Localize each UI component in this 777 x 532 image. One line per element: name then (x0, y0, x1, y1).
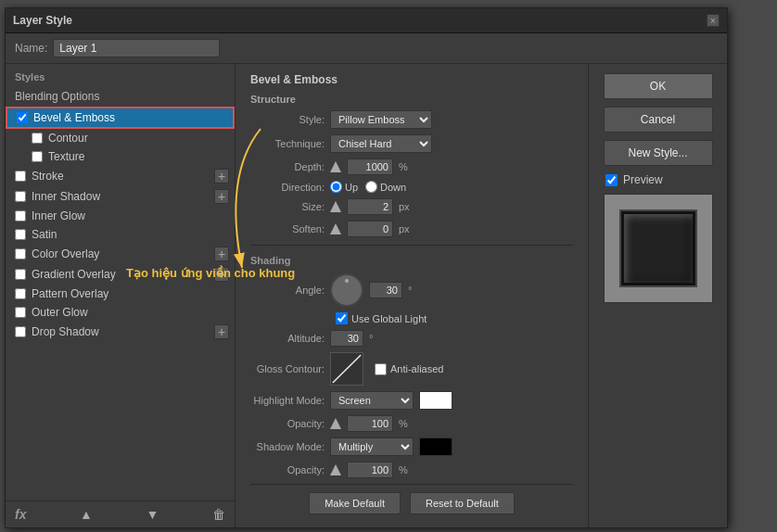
direction-up-radio[interactable] (330, 181, 342, 193)
inner-glow-checkbox[interactable] (15, 210, 26, 222)
stroke-add-button[interactable]: + (214, 169, 229, 184)
texture-checkbox[interactable] (32, 151, 43, 162)
shadow-mode-label: Shadow Mode: (250, 441, 325, 452)
name-row: Name: (6, 33, 727, 64)
blending-options-item[interactable]: Blending Options (6, 86, 235, 107)
move-down-icon[interactable]: ▼ (146, 507, 159, 522)
new-style-button[interactable]: New Style... (604, 140, 713, 166)
style-item-inner-glow[interactable]: Inner Glow (6, 207, 235, 225)
pattern-overlay-checkbox[interactable] (15, 288, 26, 299)
preview-checkbox-row[interactable]: Preview (605, 173, 663, 186)
outer-glow-checkbox[interactable] (15, 307, 26, 318)
texture-label: Texture (48, 150, 229, 163)
anti-aliased-checkbox[interactable] (375, 363, 387, 375)
name-label: Name: (15, 42, 47, 55)
style-item-inner-shadow[interactable]: Inner Shadow + (6, 186, 235, 207)
layer-name-input[interactable] (53, 39, 220, 57)
angle-label: Angle: (250, 285, 325, 296)
anti-aliased-label[interactable]: Anti-aliased (375, 363, 443, 375)
direction-down-text: Down (380, 182, 406, 193)
style-item-pattern-overlay[interactable]: Pattern Overlay (6, 285, 235, 303)
altitude-unit: ° (369, 333, 388, 344)
angle-input[interactable] (369, 282, 402, 298)
highlight-opacity-input[interactable] (347, 415, 393, 432)
delete-icon[interactable]: 🗑 (212, 507, 225, 522)
gradient-overlay-checkbox[interactable] (15, 269, 26, 280)
global-light-checkbox[interactable] (336, 312, 348, 324)
shadow-color-swatch[interactable] (419, 437, 452, 456)
satin-checkbox[interactable] (15, 229, 26, 240)
panel-bottom-row: Make Default Reset to Default (250, 484, 573, 522)
style-item-stroke[interactable]: Stroke + (6, 166, 235, 186)
depth-slider-icon (330, 161, 341, 172)
gradient-overlay-add-button[interactable]: + (214, 267, 229, 282)
depth-label: Depth: (250, 161, 325, 172)
global-light-label[interactable]: Use Global Light (336, 312, 427, 324)
style-item-gradient-overlay[interactable]: Gradient Overlay + (6, 264, 235, 285)
style-label: Style: (250, 114, 325, 125)
drop-shadow-label: Drop Shadow (32, 325, 214, 338)
preview-label: Preview (623, 173, 663, 186)
move-up-icon[interactable]: ▲ (80, 507, 93, 522)
highlight-mode-label: Highlight Mode: (250, 395, 325, 406)
style-item-outer-glow[interactable]: Outer Glow (6, 303, 235, 322)
direction-down-radio[interactable] (365, 181, 377, 193)
highlight-mode-select[interactable]: Screen Normal Multiply (330, 391, 414, 410)
structure-title: Structure (250, 94, 573, 105)
color-overlay-add-button[interactable]: + (214, 247, 229, 261)
drop-shadow-checkbox[interactable] (15, 326, 26, 337)
drop-shadow-add-button[interactable]: + (214, 324, 229, 339)
highlight-color-swatch[interactable] (419, 391, 452, 410)
shadow-mode-select[interactable]: Multiply Normal Screen (330, 437, 414, 456)
soften-row: Soften: px (250, 221, 573, 237)
shadow-opacity-unit: % (399, 464, 417, 475)
highlight-mode-row: Highlight Mode: Screen Normal Multiply (250, 391, 573, 410)
technique-select[interactable]: Chisel Hard Smooth Chisel Soft (330, 134, 432, 153)
style-select[interactable]: Pillow Emboss Outer Bevel Inner Bevel Em… (330, 110, 432, 129)
style-item-contour[interactable]: Contour (6, 129, 235, 147)
close-button[interactable]: × (707, 14, 720, 27)
altitude-input[interactable] (330, 330, 363, 347)
layer-style-dialog: Layer Style × Name: Styles Blending Opti… (5, 7, 728, 528)
dialog-body: Styles Blending Options Bevel & Emboss C… (6, 64, 727, 527)
preview-inner (621, 211, 695, 285)
soften-slider-icon (330, 223, 341, 234)
style-item-bevel-emboss[interactable]: Bevel & Emboss (6, 107, 235, 129)
direction-row: Direction: Up Down (250, 181, 573, 193)
global-light-row: Use Global Light (336, 312, 573, 324)
stroke-checkbox[interactable] (15, 171, 26, 182)
style-item-texture[interactable]: Texture (6, 147, 235, 166)
style-item-satin[interactable]: Satin (6, 225, 235, 244)
direction-label: Direction: (250, 182, 325, 193)
gloss-contour-preview[interactable] (330, 352, 363, 386)
shadow-opacity-slider-icon (330, 464, 341, 475)
size-input[interactable] (347, 198, 393, 215)
angle-circle[interactable] (330, 273, 363, 307)
depth-input[interactable] (347, 158, 393, 175)
direction-up-label[interactable]: Up (330, 181, 358, 193)
soften-input[interactable] (347, 221, 393, 237)
color-overlay-checkbox[interactable] (15, 248, 26, 260)
size-slider-icon (330, 201, 341, 212)
style-item-color-overlay[interactable]: Color Overlay + (6, 244, 235, 264)
inner-shadow-add-button[interactable]: + (214, 189, 229, 204)
make-default-button[interactable]: Make Default (309, 492, 401, 514)
inner-shadow-checkbox[interactable] (15, 191, 26, 202)
direction-down-label[interactable]: Down (365, 181, 406, 193)
reset-default-button[interactable]: Reset to Default (410, 492, 515, 514)
preview-checkbox[interactable] (605, 174, 618, 186)
highlight-opacity-unit: % (399, 418, 417, 429)
styles-label: Styles (6, 64, 235, 86)
shading-title: Shading (250, 255, 573, 266)
depth-unit: % (399, 161, 417, 172)
contour-label: Contour (48, 132, 229, 145)
preview-canvas (604, 194, 713, 303)
left-panel: Styles Blending Options Bevel & Emboss C… (6, 64, 236, 527)
ok-button[interactable]: OK (604, 73, 713, 99)
cancel-button[interactable]: Cancel (604, 107, 713, 133)
style-item-drop-shadow[interactable]: Drop Shadow + (6, 322, 235, 342)
bevel-emboss-checkbox[interactable] (17, 112, 28, 123)
contour-checkbox[interactable] (32, 133, 43, 144)
gloss-contour-label: Gloss Contour: (250, 363, 325, 374)
shadow-opacity-input[interactable] (347, 462, 393, 478)
